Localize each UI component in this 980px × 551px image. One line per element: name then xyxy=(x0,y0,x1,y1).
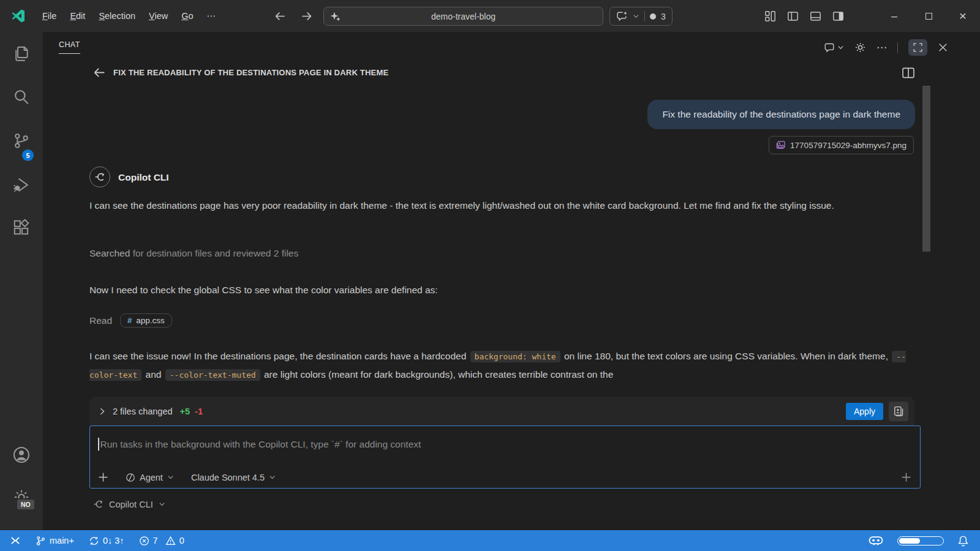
copilot-status-icon[interactable] xyxy=(868,534,884,547)
search-summary-head: Searched xyxy=(89,248,130,258)
attachment-filename: 1770579715029-abhmyvs7.png xyxy=(790,141,907,150)
source-control-icon[interactable] xyxy=(13,132,30,149)
warning-count: 0 xyxy=(179,536,184,545)
panel-actions: ⋯ xyxy=(824,39,948,56)
remote-icon xyxy=(10,535,21,546)
tab-chat[interactable]: CHAT xyxy=(59,40,80,54)
menu-selection[interactable]: Selection xyxy=(92,9,142,23)
chat-input-box[interactable]: Run tasks in the background with the Cop… xyxy=(89,425,921,489)
remote-indicator[interactable] xyxy=(10,535,21,546)
assistant-paragraph: I can see the destinations page has very… xyxy=(89,197,913,214)
chevron-right-icon xyxy=(98,407,107,416)
search-summary-tail: for destination files and reviewed 2 fil… xyxy=(130,248,298,258)
file-chip-appcss[interactable]: # app.css xyxy=(120,313,172,328)
text-segment: and xyxy=(143,369,164,380)
status-bar: main+ 0↓ 3↑ 7 0 xyxy=(0,530,980,551)
add-context-button[interactable] xyxy=(98,472,108,482)
copilot-session-count: 3 xyxy=(661,12,666,21)
input-toolbar: Agent Claude Sonnet 4.5 xyxy=(98,472,911,482)
vscode-window: File Edit Selection View Go ⋯ demo-trave… xyxy=(0,0,980,551)
deletions-count: -1 xyxy=(195,407,203,416)
toggle-sidebar-icon[interactable] xyxy=(787,10,799,22)
close-panel-icon[interactable] xyxy=(938,42,948,53)
command-center[interactable]: demo-travel-blog xyxy=(323,7,603,26)
extensions-icon[interactable] xyxy=(13,219,30,236)
history-navigation xyxy=(274,0,312,32)
forward-arrow-icon[interactable] xyxy=(301,10,312,22)
back-button[interactable] xyxy=(93,66,106,79)
maximize-icon xyxy=(925,13,932,20)
profile-badge: NO xyxy=(16,498,36,511)
menu-view[interactable]: View xyxy=(142,9,175,23)
chevron-down-icon xyxy=(837,44,844,51)
view-diff-button[interactable] xyxy=(889,402,908,421)
close-window-button[interactable]: × xyxy=(946,0,980,32)
new-session-button[interactable] xyxy=(901,472,911,482)
sync-status[interactable]: 0↓ 3↑ xyxy=(89,536,124,546)
cli-icon xyxy=(93,499,104,509)
open-session-in-editor-icon[interactable] xyxy=(902,66,915,80)
back-arrow-icon[interactable] xyxy=(274,10,286,22)
branch-plus-icon xyxy=(36,536,46,546)
session-dot-icon xyxy=(650,13,656,20)
activity-bar: 5 NO xyxy=(0,32,43,530)
assistant-paragraph: Now I need to check the global CSS to se… xyxy=(89,281,913,299)
cli-session-picker[interactable]: Copilot CLI xyxy=(93,499,165,509)
file-name: app.css xyxy=(136,316,165,325)
branch-name: main+ xyxy=(50,536,74,545)
attachment-chip[interactable]: 1770579715029-abhmyvs7.png xyxy=(769,136,914,154)
toggle-secondary-sidebar-icon[interactable] xyxy=(832,10,844,22)
menu-bar: File Edit Selection View Go ⋯ xyxy=(36,0,222,32)
inline-code: --color-text-muted xyxy=(165,369,260,381)
search-summary[interactable]: Searched for destination files and revie… xyxy=(89,248,298,259)
notifications-bell-icon[interactable] xyxy=(957,535,969,547)
assistant-name: Copilot CLI xyxy=(118,172,169,183)
problems-status[interactable]: 7 0 xyxy=(139,536,184,546)
menu-file[interactable]: File xyxy=(36,9,63,23)
model-label: Claude Sonnet 4.5 xyxy=(191,473,265,482)
menu-overflow[interactable]: ⋯ xyxy=(200,9,223,23)
customize-layout-icon[interactable] xyxy=(764,10,776,22)
menu-edit[interactable]: Edit xyxy=(63,9,92,23)
branch-status[interactable]: main+ xyxy=(36,536,74,546)
progress-fill xyxy=(899,538,920,544)
plus-icon xyxy=(901,472,911,482)
account-icon[interactable] xyxy=(12,446,31,464)
chevron-down-icon xyxy=(269,474,276,481)
scm-badge: 5 xyxy=(22,149,34,161)
search-icon[interactable] xyxy=(13,88,30,105)
menu-go[interactable]: Go xyxy=(175,9,200,23)
more-actions-icon[interactable]: ⋯ xyxy=(876,41,887,54)
warning-icon xyxy=(165,536,176,546)
comment-icon xyxy=(824,42,835,53)
model-picker[interactable]: Claude Sonnet 4.5 xyxy=(191,473,276,482)
copilot-titlebar-control[interactable]: 3 xyxy=(609,7,673,26)
sync-counts: 0↓ 3↑ xyxy=(103,536,124,545)
new-chat-button[interactable] xyxy=(824,42,844,53)
chevron-down-icon xyxy=(633,13,639,20)
assistant-paragraph: I can see the issue now! In the destinat… xyxy=(89,347,913,384)
minimize-button[interactable]: – xyxy=(877,0,911,32)
run-debug-icon[interactable] xyxy=(13,176,30,193)
maximize-button[interactable] xyxy=(911,0,946,32)
files-changed-header[interactable]: 2 files changed +5 -1 Apply xyxy=(89,397,914,425)
window-controls: – × xyxy=(877,0,980,32)
chat-settings-gear-icon[interactable] xyxy=(854,42,866,53)
error-icon xyxy=(139,536,149,546)
screen-full-icon xyxy=(913,42,923,53)
chat-scrollbar[interactable] xyxy=(922,86,930,252)
mode-picker[interactable]: Agent xyxy=(126,473,174,482)
chevron-down-icon xyxy=(159,501,165,508)
toggle-panel-icon[interactable] xyxy=(810,10,821,22)
explorer-icon[interactable] xyxy=(13,45,30,62)
sync-icon xyxy=(89,536,99,546)
apply-button[interactable]: Apply xyxy=(846,403,883,420)
user-message-bubble: Fix the readability of the destinations … xyxy=(647,100,915,129)
maximize-panel-button[interactable] xyxy=(908,39,927,56)
read-label: Read xyxy=(89,315,112,326)
layout-controls xyxy=(764,0,844,32)
title-bar: File Edit Selection View Go ⋯ demo-trave… xyxy=(0,0,980,32)
divider xyxy=(644,11,645,21)
text-cursor xyxy=(98,438,99,451)
divider xyxy=(897,42,898,53)
